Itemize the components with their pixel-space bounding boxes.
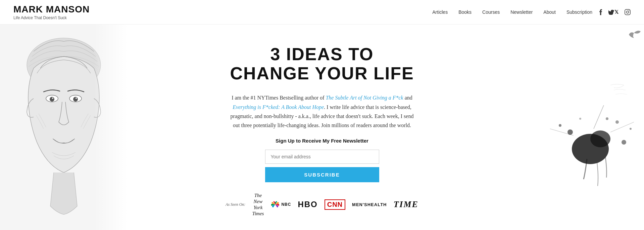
- subscribe-button[interactable]: SUBSCRIBE: [265, 167, 379, 182]
- facebook-icon[interactable]: [599, 9, 602, 15]
- svg-rect-12: [476, 25, 644, 230]
- social-icons: 𝕏: [599, 9, 631, 15]
- svg-point-9: [73, 97, 78, 102]
- hero-body-prefix: I am the #1 NYTimes Bestselling author o…: [232, 95, 326, 101]
- as-seen-label: As Seen On:: [226, 202, 245, 207]
- svg-rect-0: [625, 9, 630, 15]
- site-title: MARK MANSON: [13, 4, 90, 15]
- svg-point-18: [622, 140, 626, 145]
- nbc-logo: NBC: [270, 201, 291, 208]
- nav-link-books[interactable]: Books: [458, 9, 472, 15]
- menshealth-logo: Men'sHealth: [352, 202, 387, 207]
- site-tagline: Life Advice That Doesn't Suck: [13, 15, 90, 20]
- main-nav: Articles Books Courses Newsletter About …: [432, 9, 592, 15]
- nbc-text: NBC: [281, 202, 291, 207]
- nav-link-courses[interactable]: Courses: [482, 9, 500, 15]
- svg-point-10: [76, 98, 77, 99]
- center-content: 3 IDEAS TO CHANGE YOUR LIFE I am the #1 …: [221, 25, 423, 230]
- hero-body-middle: and: [403, 95, 412, 101]
- instagram-icon[interactable]: [625, 9, 631, 15]
- email-input[interactable]: [265, 150, 379, 164]
- svg-point-2: [629, 10, 630, 11]
- svg-point-7: [52, 98, 53, 99]
- svg-point-1: [627, 11, 629, 13]
- as-seen-on: As Seen On: The New York Times NBC: [228, 192, 416, 217]
- time-logo: TIME: [393, 199, 418, 209]
- svg-point-16: [559, 124, 561, 127]
- site-header: MARK MANSON Life Advice That Doesn't Suc…: [0, 0, 644, 25]
- hero-headline: 3 IDEAS TO CHANGE YOUR LIFE: [228, 45, 416, 83]
- nav-link-subscription[interactable]: Subscription: [566, 9, 592, 15]
- nav-link-about[interactable]: About: [543, 9, 556, 15]
- svg-point-6: [50, 97, 54, 102]
- portrait-sketch: [0, 25, 128, 230]
- twitter-icon[interactable]: 𝕏: [608, 9, 618, 15]
- cnn-logo: CNN: [325, 199, 345, 210]
- book2-link[interactable]: Everything is F*cked: A Book About Hope: [233, 104, 324, 110]
- svg-point-17: [615, 120, 619, 124]
- svg-point-19: [630, 128, 632, 130]
- nyt-logo: The New York Times: [252, 192, 264, 217]
- svg-point-21: [579, 118, 581, 120]
- ink-splatter: [476, 25, 644, 230]
- hero-body: I am the #1 NYTimes Bestselling author o…: [228, 93, 416, 130]
- svg-rect-11: [94, 25, 128, 230]
- svg-point-14: [590, 130, 610, 147]
- nav-link-newsletter[interactable]: Newsletter: [510, 9, 533, 15]
- nav-link-articles[interactable]: Articles: [432, 9, 448, 15]
- main-content: 3 IDEAS TO CHANGE YOUR LIFE I am the #1 …: [0, 25, 644, 230]
- signup-label: Sign Up to Receive My Free Newsletter: [228, 138, 416, 144]
- site-brand: MARK MANSON Life Advice That Doesn't Suc…: [13, 4, 90, 20]
- book1-link[interactable]: The Subtle Art of Not Giving a F*ck: [326, 95, 403, 101]
- svg-point-20: [606, 117, 608, 120]
- hbo-logo: HBO: [298, 200, 317, 209]
